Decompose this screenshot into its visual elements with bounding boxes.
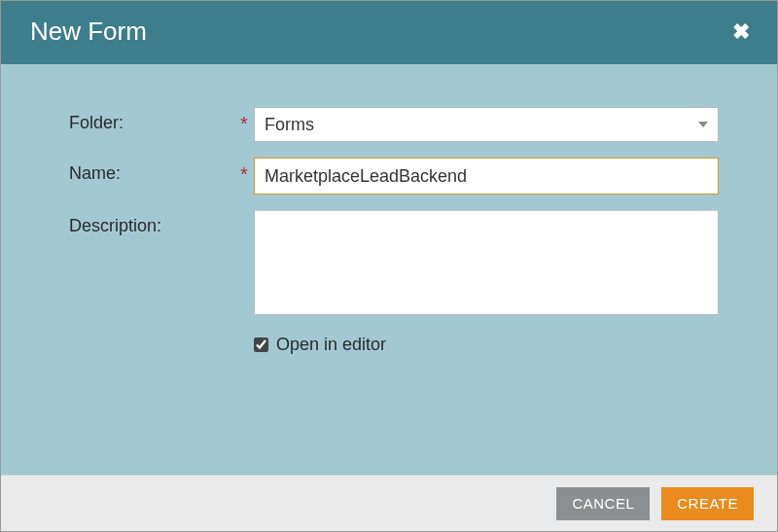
name-row: Name: * [69, 158, 719, 195]
dialog-header: New Form ✖ [1, 1, 777, 64]
required-spacer [234, 210, 254, 216]
create-button[interactable]: CREATE [661, 487, 754, 520]
required-asterisk-icon: * [234, 107, 254, 135]
name-label: Name: [69, 158, 234, 184]
open-in-editor-label: Open in editor [276, 335, 386, 355]
close-icon[interactable]: ✖ [728, 18, 754, 47]
name-input[interactable] [254, 158, 719, 195]
dialog-footer: CANCEL CREATE [1, 475, 777, 531]
open-in-editor-checkbox[interactable] [254, 337, 268, 352]
description-label: Description: [69, 210, 234, 236]
folder-select-value: Forms [265, 115, 314, 135]
folder-row: Folder: * Forms [69, 107, 719, 142]
chevron-down-icon [698, 122, 708, 127]
description-row: Description: [69, 210, 719, 319]
folder-label: Folder: [69, 107, 234, 133]
open-in-editor-row: Open in editor [254, 335, 719, 355]
description-textarea[interactable] [254, 210, 719, 315]
new-form-dialog: New Form ✖ Folder: * Forms Name: * [1, 1, 777, 531]
folder-select[interactable]: Forms [254, 107, 719, 142]
cancel-button[interactable]: CANCEL [556, 487, 650, 520]
required-asterisk-icon: * [234, 158, 254, 186]
dialog-body: Folder: * Forms Name: * Description: [1, 64, 777, 475]
dialog-title: New Form [30, 17, 147, 47]
